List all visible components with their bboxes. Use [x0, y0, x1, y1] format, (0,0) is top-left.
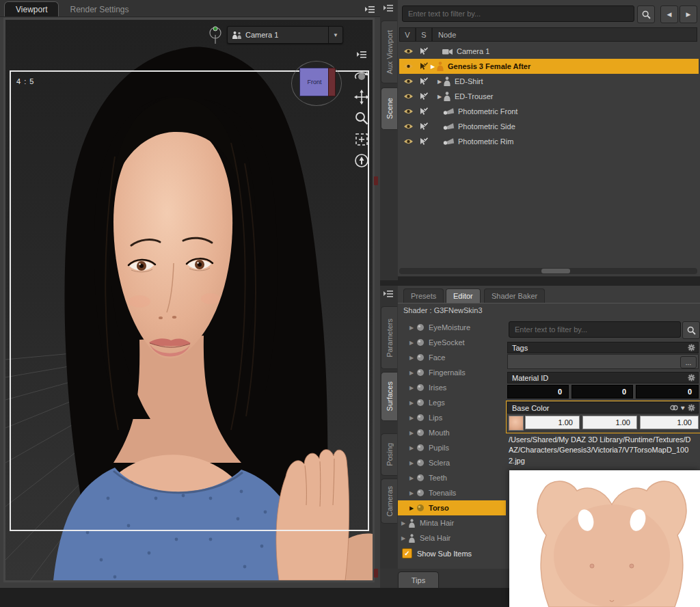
visibility-eye-icon[interactable]	[402, 108, 414, 115]
surface-row-pupils[interactable]: ▶Pupils	[398, 440, 506, 455]
tab-parameters[interactable]: Parameters	[381, 306, 397, 369]
surfaces-filter-input[interactable]	[509, 321, 681, 338]
visibility-eye-icon[interactable]	[402, 48, 414, 55]
pane-menu-icon[interactable]	[383, 290, 393, 298]
surface-row-torso[interactable]: ▶Torso	[398, 500, 506, 515]
column-header-selection[interactable]: S	[416, 27, 432, 42]
surface-row-eyemoisture[interactable]: ▶EyeMoisture	[398, 320, 506, 335]
tab-scene[interactable]: Scene	[381, 87, 397, 130]
expand-arrow-icon[interactable]: ▶	[436, 94, 443, 100]
camera-dropdown[interactable]: Camera 1 ▼	[227, 26, 343, 44]
expand-arrow-icon[interactable]: ▶	[401, 520, 408, 526]
tags-browse-button[interactable]: ...	[680, 356, 697, 368]
show-sub-items-toggle[interactable]: ✓ Show Sub Items	[402, 548, 472, 558]
expand-arrow-icon[interactable]: ▶	[436, 79, 443, 85]
frame-view-icon[interactable]	[354, 132, 369, 147]
view-navigation-cube[interactable]: Front	[290, 59, 343, 107]
favorite-heart-icon[interactable]: ♥	[681, 404, 685, 412]
search-button[interactable]	[682, 321, 700, 339]
surface-row-toenails[interactable]: ▶Toenails	[398, 485, 506, 500]
link-icon[interactable]	[670, 405, 678, 411]
column-header-node[interactable]: Node	[432, 27, 697, 42]
tab-render-settings[interactable]: Render Settings	[59, 2, 139, 16]
tab-presets[interactable]: Presets	[403, 288, 444, 303]
selection-cursor-icon[interactable]	[417, 62, 429, 71]
expand-arrow-icon[interactable]: ▶	[409, 340, 416, 346]
expand-arrow-icon[interactable]: ▶	[409, 355, 416, 361]
nav-cube-front-face[interactable]: Front	[299, 68, 329, 96]
pane-menu-icon[interactable]	[354, 47, 369, 62]
scrollbar-handle[interactable]	[541, 269, 570, 273]
base-color-value-g[interactable]: 1.00	[582, 416, 637, 429]
scene-node-ed-shirt[interactable]: ▶ ED-Shirt	[399, 74, 699, 89]
expand-arrow-icon[interactable]: ▶	[409, 415, 416, 421]
surface-row-face[interactable]: ▶Face	[398, 350, 506, 365]
3d-viewport[interactable]: 4 : 5 Camera 1 ▼ Front	[3, 18, 375, 582]
checkbox-checked-icon[interactable]: ✓	[402, 548, 412, 558]
expand-arrow-icon[interactable]: ▶	[409, 430, 416, 436]
material-id-value-g[interactable]: 0	[571, 385, 633, 399]
expand-arrow-icon[interactable]: ▶	[409, 385, 416, 391]
scene-node-photometric-side[interactable]: Photometric Side	[399, 119, 699, 134]
tab-aux-viewport[interactable]: Aux Viewport	[381, 21, 397, 83]
expand-arrow-icon[interactable]: ▶	[409, 445, 416, 451]
orbit-rotate-icon[interactable]	[354, 68, 369, 83]
visibility-eye-icon[interactable]	[402, 123, 414, 130]
splitter-grip[interactable]	[374, 569, 378, 578]
column-header-visibility[interactable]: V	[399, 27, 416, 42]
scene-node-ed-trouser[interactable]: ▶ ED-Trouser	[399, 89, 699, 104]
selection-cursor-icon[interactable]	[417, 77, 429, 86]
pane-menu-icon[interactable]	[365, 5, 375, 14]
surface-row-eyesocket[interactable]: ▶EyeSocket	[398, 335, 506, 350]
nav-cube-side-face[interactable]	[328, 68, 336, 96]
material-id-value-r[interactable]: 0	[507, 385, 569, 399]
visibility-eye-icon[interactable]	[402, 78, 414, 85]
surface-row-irises[interactable]: ▶Irises	[398, 380, 506, 395]
tab-viewport[interactable]: Viewport	[4, 1, 59, 16]
chevron-down-icon[interactable]: ▼	[328, 27, 342, 43]
base-color-section-header[interactable]: Base Color ♥	[507, 402, 699, 414]
base-color-value-r[interactable]: 1.00	[525, 416, 580, 429]
expand-arrow-icon[interactable]: ▶	[409, 475, 416, 481]
visibility-eye-icon[interactable]	[402, 138, 414, 145]
aim-up-icon[interactable]	[354, 153, 369, 168]
gear-icon[interactable]	[688, 344, 695, 351]
surface-row-sela-hair[interactable]: ▶Sela Hair	[398, 530, 506, 545]
tab-shader-baker[interactable]: Shader Baker	[484, 288, 545, 303]
selection-cursor-icon[interactable]	[417, 47, 429, 56]
gear-icon[interactable]	[688, 374, 695, 381]
camera-sphere-icon[interactable]	[208, 25, 223, 44]
expand-arrow-icon[interactable]: ▶	[409, 370, 416, 376]
gear-icon[interactable]	[688, 404, 695, 412]
surface-row-fingernails[interactable]: ▶Fingernails	[398, 365, 506, 380]
scene-node-camera-1[interactable]: Camera 1	[399, 44, 699, 59]
material-id-section-header[interactable]: Material ID	[507, 372, 699, 383]
surface-row-sclera[interactable]: ▶Sclera	[398, 455, 506, 470]
scene-node-photometric-front[interactable]: Photometric Front	[399, 104, 699, 119]
tab-posing[interactable]: Posing	[381, 433, 397, 476]
tab-tips[interactable]: Tips	[398, 571, 439, 589]
selection-cursor-icon[interactable]	[417, 122, 429, 131]
base-color-texture-thumbnail[interactable]	[509, 416, 524, 431]
tab-cameras[interactable]: Cameras	[381, 478, 397, 524]
tab-surfaces[interactable]: Surfaces	[381, 372, 397, 421]
selection-cursor-icon[interactable]	[417, 137, 429, 146]
surface-row-lips[interactable]: ▶Lips	[398, 410, 506, 425]
expand-arrow-icon[interactable]: ▶	[409, 325, 416, 331]
selection-cursor-icon[interactable]	[417, 107, 429, 116]
prev-button[interactable]: ◀	[660, 5, 678, 23]
tags-value-field[interactable]: ...	[507, 354, 699, 369]
surface-row-minta-hair[interactable]: ▶Minta Hair	[398, 515, 506, 530]
surface-row-legs[interactable]: ▶Legs	[398, 395, 506, 410]
search-button[interactable]	[637, 5, 655, 23]
visibility-eye-icon[interactable]	[402, 63, 414, 70]
scene-node-photometric-rim[interactable]: Photometric Rim	[399, 134, 699, 149]
scene-node-genesis-3-female[interactable]: ▶ Genesis 3 Female After	[399, 59, 699, 74]
pan-icon[interactable]	[354, 90, 369, 105]
horizontal-scrollbar[interactable]	[399, 268, 697, 274]
zoom-icon[interactable]	[354, 111, 369, 126]
expand-arrow-icon[interactable]: ▶	[401, 535, 408, 541]
expand-arrow-icon[interactable]: ▶	[429, 64, 436, 70]
scene-filter-input[interactable]	[402, 5, 634, 22]
surface-row-teeth[interactable]: ▶Teeth	[398, 470, 506, 485]
